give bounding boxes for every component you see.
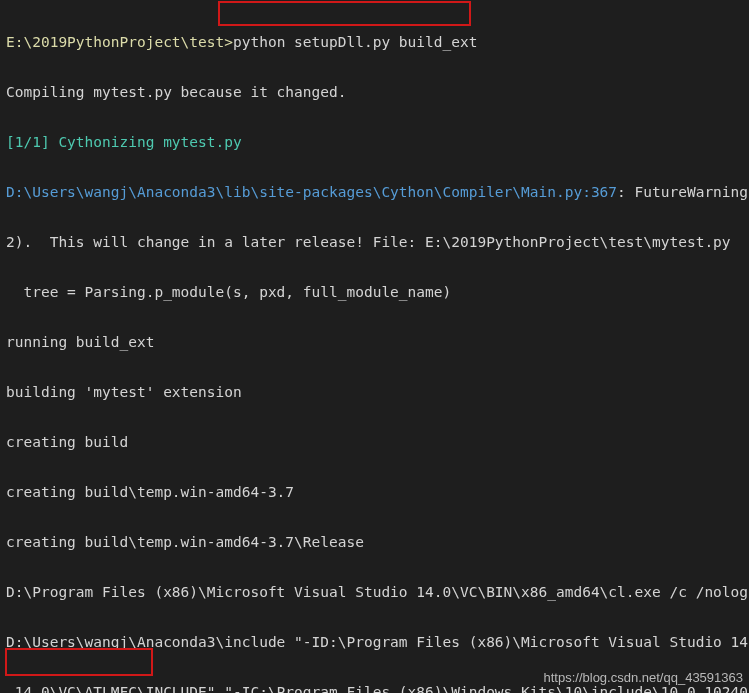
output-line: building 'mytest' extension	[6, 384, 242, 400]
output-line: creating build\temp.win-amd64-3.7\Releas…	[6, 534, 364, 550]
output-line: D:\Program Files (x86)\Microsoft Visual …	[6, 584, 748, 600]
prompt: E:\2019PythonProject\test>	[6, 34, 233, 50]
output-line: creating build\temp.win-amd64-3.7	[6, 484, 294, 500]
output-line: 2). This will change in a later release!…	[6, 234, 731, 250]
output-line: D:\Users\wangj\Anaconda3\include "-ID:\P…	[6, 634, 748, 650]
output-line: creating build	[6, 434, 128, 450]
cython-line: [1/1] Cythonizing mytest.py	[6, 134, 242, 150]
command: python setupDll.py build_ext	[233, 34, 477, 50]
warning-text: : FutureWarning	[617, 184, 748, 200]
output-line: tree = Parsing.p_module(s, pxd, full_mod…	[6, 284, 451, 300]
watermark: https://blog.csdn.net/qq_43591363	[544, 665, 744, 690]
terminal-output: E:\2019PythonProject\test>python setupDl…	[6, 5, 743, 693]
path-link: D:\Users\wangj\Anaconda3\lib\site-packag…	[6, 184, 617, 200]
output-line: Compiling mytest.py because it changed.	[6, 84, 346, 100]
output-line: running build_ext	[6, 334, 154, 350]
